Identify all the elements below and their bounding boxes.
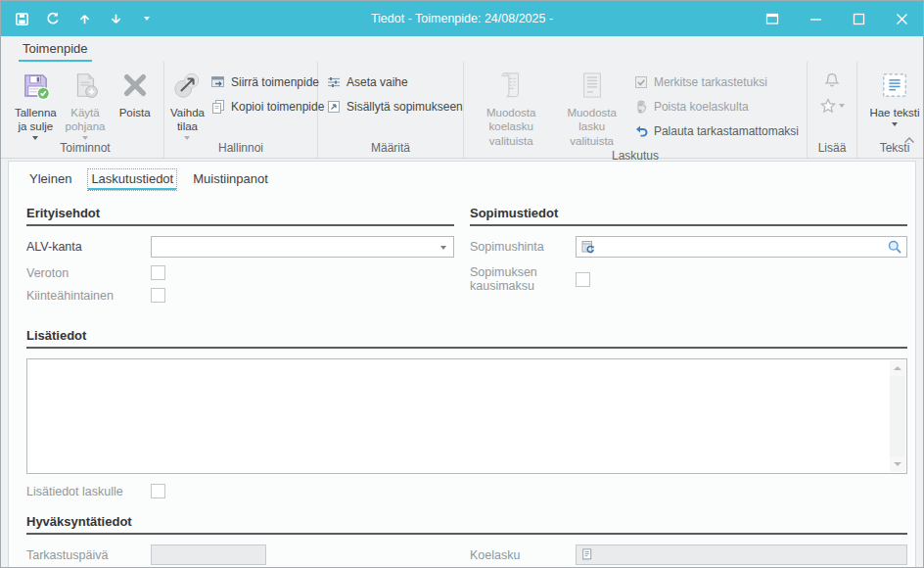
remove-test-invoice-label: Poista koelaskulta [654, 100, 749, 114]
scroll-up-button[interactable] [890, 360, 905, 376]
refresh-button[interactable] [44, 10, 62, 27]
minimize-button[interactable] [794, 1, 837, 36]
include-contract-button[interactable]: Sisällytä sopimukseen [322, 94, 467, 118]
previous-record-button[interactable] [75, 10, 93, 27]
change-state-button[interactable]: Vaihda tilaa [168, 64, 207, 140]
tab-muistiinpanot[interactable]: Muistiinpanot [190, 169, 271, 190]
alv-kanta-label: ALV-kanta [26, 240, 151, 254]
lisatiedot-laskulle-label: Lisätiedot laskulle [26, 485, 151, 498]
koelasku-field [576, 544, 907, 565]
close-icon [896, 13, 908, 25]
lisatiedot-laskulle-checkbox[interactable] [151, 484, 165, 498]
undo-arrow-icon [633, 123, 649, 139]
group-label-maarita: Määritä [322, 140, 459, 158]
create-invoice-button[interactable]: Muodosta lasku valituista [554, 64, 629, 148]
checked-checkbox-icon [633, 74, 649, 90]
move-action-button[interactable]: Siirrä toimenpide [207, 70, 328, 94]
get-text-icon [881, 68, 908, 103]
textarea-scrollbar[interactable] [890, 360, 905, 472]
triangle-up-icon [894, 366, 901, 370]
sopimuksen-kausimaksu-label: Sopimuksen kausimaksu [470, 265, 576, 293]
window-pin-icon [764, 11, 780, 26]
sopimuksen-kausimaksu-checkbox[interactable] [576, 272, 590, 287]
ribbon-options-button[interactable] [751, 1, 794, 36]
tarkastuspaiva-field [151, 544, 266, 565]
use-template-label: Käytä pohjana [63, 106, 109, 134]
ribbon-tab-toimenpide[interactable]: Toimenpide [19, 38, 92, 62]
set-phase-icon [326, 74, 342, 90]
notification-bell-button[interactable] [823, 71, 841, 89]
tab-yleinen[interactable]: Yleinen [26, 169, 74, 190]
scroll-down-button[interactable] [890, 456, 905, 472]
create-test-invoice-button[interactable]: Muodosta koelasku valituista [468, 64, 554, 148]
star-icon [819, 97, 837, 115]
detail-panel: Yleinen Laskutustiedot Muistiinpanot Eri… [8, 161, 916, 568]
collapse-ribbon-button[interactable] [903, 136, 915, 144]
veroton-checkbox[interactable] [151, 265, 165, 280]
section-hyvaksyntatiedot: Hyväksyntätiedot Tarkastuspäivä Tarkasta… [26, 510, 907, 568]
get-text-label: Hae teksti [869, 106, 919, 119]
section-lisatiedot: Lisätiedot Lisätiedot laskulle [26, 324, 907, 506]
qat-customize-button[interactable] [138, 10, 156, 27]
alv-kanta-combobox[interactable] [151, 236, 454, 258]
use-template-button[interactable]: Käytä pohjana [61, 64, 111, 140]
copy-action-label: Kopioi toimenpide [231, 100, 324, 114]
section-sopimustiedot: Sopimustiedot Sopimushinta [470, 202, 907, 310]
change-state-icon [172, 68, 202, 103]
search-icon[interactable] [887, 239, 902, 255]
veroton-label: Veroton [26, 266, 151, 280]
ribbon: Tallenna ja sulje Käytä pohjana Poista [1, 62, 923, 159]
hand-stop-icon [633, 99, 649, 115]
lisatiedot-textarea[interactable] [26, 358, 907, 474]
include-contract-icon [326, 99, 342, 115]
window-controls [751, 1, 923, 36]
test-invoice-icon [497, 68, 525, 103]
main-area: Yleinen Laskutustiedot Muistiinpanot Eri… [1, 159, 923, 568]
copy-action-button[interactable]: Kopioi toimenpide [207, 94, 328, 118]
group-label-lisaa: Lisää [811, 140, 853, 158]
quick-access-toolbar [1, 10, 156, 27]
arrow-down-icon [109, 12, 123, 26]
change-state-label: Vaihda tilaa [170, 106, 205, 134]
ribbon-group-laskutus: Muodosta koelasku valituista Muodosta la… [464, 62, 808, 158]
save-button[interactable] [13, 10, 30, 27]
close-button[interactable] [880, 1, 923, 36]
contract-refresh-icon [580, 239, 596, 255]
section-erityisehdot: Erityisehdot ALV-kanta Veroton Kiinteähi [26, 202, 454, 310]
mark-checked-label: Merkitse tarkastetuksi [654, 75, 767, 89]
triangle-down-icon [894, 462, 901, 466]
remove-test-invoice-button[interactable]: Poista koelaskulta [629, 94, 803, 118]
revert-unchecked-button[interactable]: Palauta tarkastamattomaksi [629, 118, 803, 143]
tab-laskutustiedot[interactable]: Laskutustiedot [88, 169, 176, 190]
maximize-button[interactable] [837, 1, 880, 36]
ribbon-group-lisaa: Lisää [808, 62, 857, 158]
get-text-button[interactable]: Hae teksti [861, 64, 924, 126]
chevron-down-icon [839, 104, 845, 108]
app-window: Tiedot - Toimenpide: 24/08/2025 - [0, 0, 924, 568]
save-close-icon [21, 68, 51, 103]
sopimushinta-label: Sopimushinta [470, 240, 576, 254]
move-action-label: Siirrä toimenpide [231, 75, 319, 89]
include-contract-label: Sisällytä sopimukseen [346, 100, 463, 114]
tarkastuspaiva-label: Tarkastuspäivä [26, 548, 151, 562]
koelasku-label: Koelasku [470, 548, 576, 562]
chevron-down-icon [144, 17, 150, 21]
favorite-star-button[interactable] [819, 97, 845, 115]
set-phase-button[interactable]: Aseta vaihe [322, 70, 467, 94]
ribbon-tab-row: Toimenpide [1, 36, 923, 62]
next-record-button[interactable] [107, 10, 124, 27]
kiinteahintainen-checkbox[interactable] [151, 288, 165, 303]
create-invoice-label: Muodosta lasku valituista [556, 106, 627, 148]
group-label-toiminnot: Toiminnot [11, 140, 160, 158]
save-and-close-button[interactable]: Tallenna ja sulje [11, 64, 61, 140]
mark-checked-button[interactable]: Merkitse tarkastetuksi [629, 70, 803, 94]
sopimushinta-lookup-field[interactable] [576, 236, 907, 258]
ribbon-group-hallinnoi: Vaihda tilaa Siirrä toimenpide K [164, 62, 318, 158]
group-label-hallinnoi: Hallinnoi [168, 140, 313, 158]
invoice-icon [579, 68, 605, 103]
chevron-down-icon [892, 122, 898, 126]
arrow-up-icon [77, 12, 92, 26]
delete-button[interactable]: Poista [110, 64, 160, 119]
create-test-invoice-label: Muodosta koelasku valituista [470, 106, 552, 148]
document-icon [579, 547, 594, 562]
